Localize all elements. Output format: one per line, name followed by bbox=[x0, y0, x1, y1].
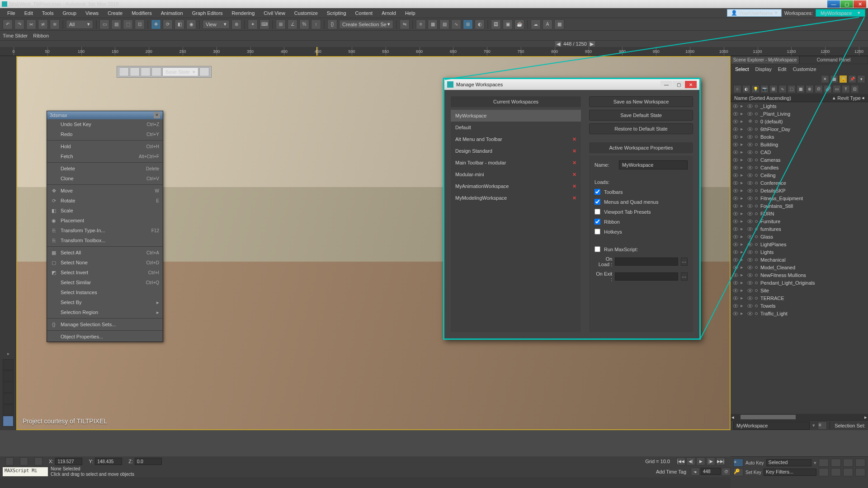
select-object-button[interactable]: ▭ bbox=[99, 19, 109, 29]
filter-icon-10[interactable]: 🔗 bbox=[824, 85, 832, 93]
coord-y-input[interactable] bbox=[95, 458, 122, 465]
explorer-search-clear[interactable]: ✕ bbox=[821, 75, 829, 83]
col-revit-type[interactable]: Revit Type bbox=[837, 95, 861, 101]
goto-end-button[interactable]: ▶▶| bbox=[716, 457, 725, 465]
absolute-mode-icon[interactable] bbox=[34, 457, 42, 465]
visibility-icon[interactable] bbox=[732, 134, 739, 140]
tree-node[interactable]: ▸Ceiling bbox=[731, 171, 868, 179]
ctx-transform-type-in-[interactable]: ⎘Transform Type-In...F12 bbox=[47, 225, 163, 235]
command-panel-tab[interactable]: Command Panel bbox=[799, 56, 868, 64]
schematic-view-button[interactable]: ⊞ bbox=[463, 19, 473, 29]
maxscript-listener[interactable]: MAXScript Mi bbox=[3, 467, 48, 476]
visibility-icon[interactable] bbox=[732, 303, 739, 309]
expand-arrow[interactable]: ▸ bbox=[741, 111, 745, 117]
autokey-button[interactable]: Auto Key bbox=[745, 460, 764, 465]
filter-icon-3[interactable]: 📷 bbox=[760, 85, 769, 93]
visibility-icon-2[interactable] bbox=[747, 157, 753, 163]
expand-arrow[interactable]: ▸ bbox=[741, 226, 745, 232]
select-manipulate-button[interactable]: ✦ bbox=[248, 19, 258, 29]
rendered-frame-button[interactable]: ▣ bbox=[503, 19, 513, 29]
tree-node[interactable]: ▸Cameras bbox=[731, 156, 868, 164]
tree-node[interactable]: ▸_Lights bbox=[731, 102, 868, 110]
viewport-layout-4[interactable] bbox=[3, 393, 14, 404]
filter-icon-8[interactable]: ⊕ bbox=[806, 85, 814, 93]
visibility-icon[interactable] bbox=[732, 272, 739, 278]
tree-node[interactable]: ▸Site bbox=[731, 286, 868, 294]
tree-node[interactable]: ▸furnitures bbox=[731, 225, 868, 233]
render-in-cloud[interactable]: ☁ bbox=[531, 19, 541, 29]
current-frame-input[interactable] bbox=[701, 468, 721, 475]
visibility-icon[interactable] bbox=[732, 118, 739, 125]
workspace-name-input[interactable] bbox=[619, 160, 688, 169]
delete-workspace-icon[interactable]: ✕ bbox=[572, 148, 576, 154]
visibility-icon-2[interactable] bbox=[747, 195, 753, 202]
explorer-view-button[interactable]: ▦ bbox=[830, 75, 838, 83]
visibility-icon-2[interactable] bbox=[747, 280, 753, 286]
visibility-icon-2[interactable] bbox=[747, 226, 753, 232]
play-button[interactable]: ▶ bbox=[696, 457, 705, 465]
undo-button[interactable]: ↶ bbox=[3, 19, 13, 29]
viewport-layout-5[interactable] bbox=[3, 404, 14, 415]
goto-start-button[interactable]: |◀◀ bbox=[676, 457, 685, 465]
workspace-bottom-combo[interactable]: MyWorkspace bbox=[733, 422, 810, 430]
workspace-item[interactable]: Alt Menu and Toolbar✕ bbox=[451, 133, 581, 145]
nav-zoom-button[interactable] bbox=[831, 459, 841, 467]
ctx-select-all[interactable]: ▦Select AllCtrl+A bbox=[47, 248, 163, 258]
expand-arrow[interactable]: ▸ bbox=[741, 295, 745, 301]
visibility-icon[interactable] bbox=[732, 280, 739, 286]
coord-z-input[interactable] bbox=[135, 458, 162, 465]
expand-arrow[interactable]: ▸ bbox=[741, 203, 745, 209]
tree-node[interactable]: ▸FURN bbox=[731, 210, 868, 217]
save-new-workspace-button[interactable]: Save as New Workspace bbox=[589, 96, 693, 107]
bind-button[interactable]: ≋ bbox=[50, 19, 60, 29]
menu-scripting[interactable]: Scripting bbox=[322, 9, 351, 17]
tree-node[interactable]: ▸Model_Cleaned bbox=[731, 263, 868, 271]
menu-content[interactable]: Content bbox=[351, 9, 377, 17]
frame-next-button[interactable]: ▶ bbox=[589, 41, 595, 47]
state-sphere-1[interactable] bbox=[141, 67, 151, 76]
select-by-name-button[interactable]: ▤ bbox=[111, 19, 121, 29]
visibility-icon[interactable] bbox=[732, 310, 739, 317]
placement-button[interactable]: ◉ bbox=[186, 19, 196, 29]
visibility-icon-2[interactable] bbox=[747, 303, 753, 309]
filter-customize[interactable]: Customize bbox=[793, 66, 816, 72]
expand-arrow[interactable]: ▸ bbox=[741, 126, 745, 132]
mws-maximize[interactable]: ▢ bbox=[673, 81, 684, 88]
workspace-combo[interactable]: MyWorkspace ▾ bbox=[816, 9, 865, 17]
visibility-icon[interactable] bbox=[732, 149, 739, 155]
expand-arrow[interactable]: ▸ bbox=[741, 303, 745, 309]
link-button[interactable]: ⫘ bbox=[26, 19, 36, 29]
tree-node[interactable]: ▸Candles bbox=[731, 164, 868, 171]
workspace-item[interactable]: MyWorkspace bbox=[451, 110, 581, 122]
filter-edit[interactable]: Edit bbox=[778, 66, 787, 72]
ctx-move[interactable]: ✥MoveW bbox=[47, 186, 163, 196]
viewport-tabs-checkbox[interactable]: Viewport Tab Presets bbox=[594, 209, 688, 215]
layer-explorer-button[interactable]: ▦ bbox=[428, 19, 438, 29]
visibility-icon-2[interactable] bbox=[747, 310, 753, 317]
window-maximize[interactable]: ▢ bbox=[840, 0, 853, 8]
menu-tools[interactable]: Tools bbox=[38, 9, 58, 17]
expand-arrow[interactable]: ▸ bbox=[741, 241, 745, 247]
spinner-snap-button[interactable]: ↕ bbox=[311, 19, 321, 29]
filter-display[interactable]: Display bbox=[755, 66, 772, 72]
expand-arrow[interactable]: ▸ bbox=[741, 157, 745, 163]
coord-z-field[interactable]: Z: bbox=[128, 458, 162, 465]
expand-arrow[interactable]: ▸ bbox=[741, 287, 745, 293]
render-production-button[interactable]: ☕ bbox=[514, 19, 524, 29]
tree-node[interactable]: ▸Fitness_Equipment bbox=[731, 194, 868, 202]
delete-workspace-icon[interactable]: ✕ bbox=[572, 160, 576, 166]
tree-node[interactable]: ▸Conference bbox=[731, 179, 868, 187]
tree-node[interactable]: ▸TERRACE bbox=[731, 294, 868, 302]
tree-node[interactable]: ▸DetailsSKP bbox=[731, 187, 868, 194]
context-menu-title[interactable]: 3dsmax × bbox=[47, 111, 163, 119]
mws-titlebar[interactable]: Manage Workspaces — ▢ ✕ bbox=[444, 79, 699, 90]
explorer-lock-button[interactable]: 🔒 bbox=[839, 75, 847, 83]
expand-arrow[interactable]: ▸ bbox=[741, 257, 745, 263]
tree-node[interactable]: ▸Lights bbox=[731, 248, 868, 256]
menu-file[interactable]: File bbox=[3, 9, 20, 17]
ribbon-tab-time-slider[interactable]: Time Slider bbox=[3, 33, 28, 38]
nav-maximize-button[interactable] bbox=[843, 468, 853, 476]
onexit-browse[interactable]: … bbox=[681, 272, 688, 281]
isolate-selection-icon[interactable] bbox=[5, 457, 14, 465]
filter-icon-1[interactable]: ◐ bbox=[742, 85, 750, 93]
